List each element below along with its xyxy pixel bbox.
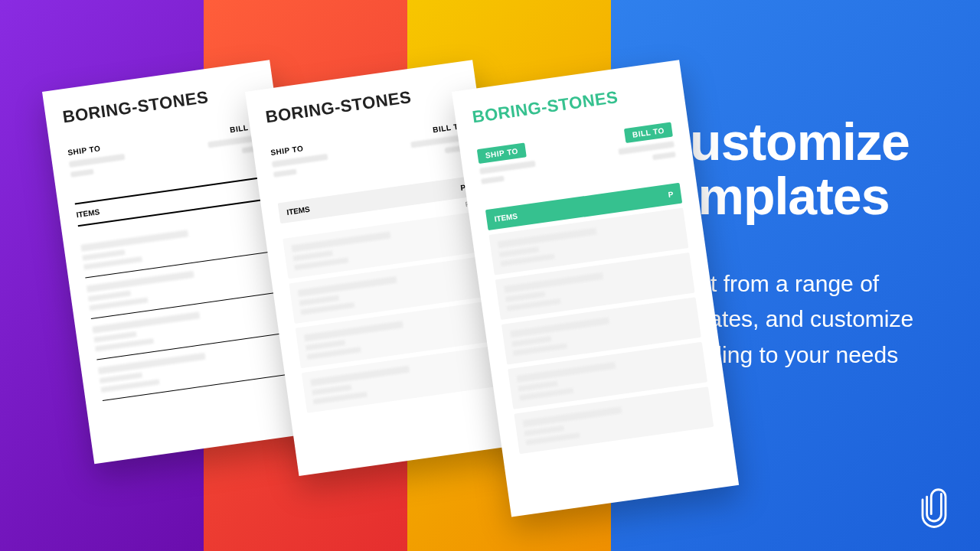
ship-to-label: SHIP TO [67,135,160,157]
ship-to-label: SHIP TO [477,142,527,164]
items-header: ITEMS [494,212,518,223]
company-name: BORING-STONES [61,80,258,127]
price-header: P [668,190,674,199]
placeholder-line [652,152,676,160]
ship-to-label: SHIP TO [270,135,363,157]
placeholder-line [272,154,328,168]
cards-layer: BORING-STONES SHIP TO BILL TO ITEMS [0,0,980,551]
placeholder-line [481,176,505,184]
items-header: ITEMS [286,205,311,217]
placeholder-line [70,169,94,178]
items-header: ITEMS [76,207,100,219]
placeholder-line [479,161,535,174]
placeholder-line [69,154,125,168]
company-name: BORING-STONES [264,80,461,127]
company-name: BORING-STONES [471,80,668,127]
placeholder-line [273,169,297,178]
bill-to-label: BILL TO [624,122,673,143]
promo-slide: Customize templates Select from a range … [0,0,980,551]
